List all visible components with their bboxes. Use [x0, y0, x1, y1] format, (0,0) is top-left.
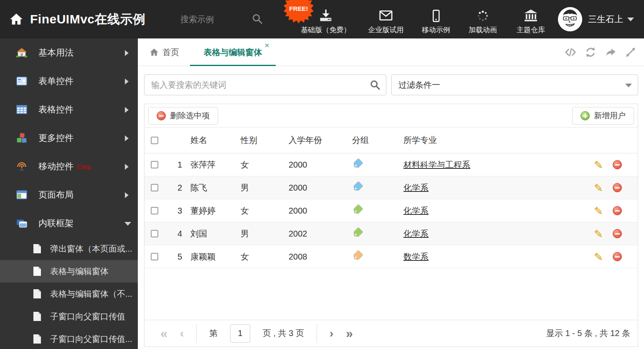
sidebar-item-mobile-controls[interactable]: 移动控件 Corp. — [0, 152, 138, 181]
cell-name: 董婷婷 — [182, 205, 231, 217]
code-icon[interactable] — [565, 46, 576, 58]
cell-group — [342, 204, 393, 217]
cell-gender: 男 — [231, 182, 279, 194]
delete-row-icon[interactable] — [613, 229, 622, 238]
tab-grid-edit-window[interactable]: 表格与编辑窗体 — [190, 38, 276, 66]
cell-major: 化学系 — [393, 205, 582, 217]
edit-pencil-icon[interactable] — [593, 206, 604, 216]
delete-row-icon[interactable] — [613, 183, 622, 192]
tab-close-icon[interactable]: ✕ — [264, 42, 270, 48]
sidebar-subitem-popup-window[interactable]: 弹出窗体（本页面或... — [0, 237, 138, 260]
filter-dropdown[interactable]: 过滤条件一 — [391, 74, 638, 95]
keyword-search-input[interactable] — [144, 74, 386, 95]
row-checkbox[interactable] — [151, 207, 158, 214]
sidebar-item-more-controls[interactable]: 更多控件 — [0, 124, 138, 152]
row-checkbox[interactable] — [151, 230, 158, 237]
search-icon[interactable] — [370, 79, 380, 90]
cell-gender: 女 — [231, 159, 279, 171]
file-icon — [33, 289, 42, 299]
major-link[interactable]: 化学系 — [403, 183, 428, 192]
chevron-right-icon — [125, 164, 129, 170]
sidebar-subitem-grid-edit-window-2[interactable]: 表格与编辑窗体（不... — [0, 283, 138, 305]
nav-loading-animation[interactable]: 加载动画 — [459, 0, 506, 38]
mobile-icon — [429, 9, 443, 23]
delete-row-icon[interactable] — [613, 206, 622, 215]
col-year: 入学年份 — [279, 135, 342, 146]
header-nav: 基础版（免费） 企业版试用 移动示例 加载动画 主题仓库 — [292, 0, 555, 38]
major-link[interactable]: 数学系 — [403, 252, 428, 261]
tab-home[interactable]: 首页 — [150, 38, 179, 66]
add-user-button[interactable]: 新增用户 — [572, 107, 634, 125]
edit-pencil-icon[interactable] — [593, 252, 604, 262]
chevron-right-icon — [125, 107, 129, 113]
grid-toolbar: 删除选中项 新增用户 — [145, 104, 638, 127]
row-checkbox[interactable] — [151, 253, 158, 260]
next-page-button[interactable]: › — [330, 328, 333, 339]
sidebar-item-label: 基本用法 — [38, 47, 74, 59]
delete-selected-button[interactable]: 删除选中项 — [148, 107, 218, 125]
sidebar-item-page-layout[interactable]: 页面布局 — [0, 181, 138, 209]
app-title: FineUIMvc在线示例 — [30, 11, 146, 28]
page-suffix: 页 , 共 3 页 — [263, 328, 304, 339]
delete-selected-label: 删除选中项 — [170, 110, 210, 121]
sidebar-subitem-child-to-parent[interactable]: 子窗口向父窗口传值 — [0, 305, 138, 328]
row-checkbox[interactable] — [151, 184, 158, 191]
sidebar-subitem-grid-edit-window[interactable]: 表格与编辑窗体 — [0, 260, 138, 283]
sidebar-item-label: 更多控件 — [38, 132, 74, 144]
tag-icon — [352, 250, 363, 261]
table-row: 5 康颖颖 女 2008 数学系 — [145, 245, 638, 268]
row-checkbox[interactable] — [151, 161, 158, 168]
brand[interactable]: FineUIMvc在线示例 — [9, 0, 146, 38]
major-link[interactable]: 化学系 — [403, 206, 428, 215]
tag-icon — [352, 204, 363, 215]
sidebar-item-iframe[interactable]: 内联框架 — [0, 209, 138, 237]
tag-icon — [352, 181, 363, 192]
prev-page-button[interactable]: ‹ — [180, 328, 184, 339]
delete-row-icon[interactable] — [613, 252, 622, 261]
cubes-icon — [16, 132, 28, 144]
nav-label: 企业版试用 — [368, 25, 404, 35]
forward-icon[interactable] — [605, 46, 616, 58]
row-index: 4 — [165, 229, 182, 239]
cell-major: 化学系 — [393, 182, 582, 194]
sidebar-item-label: 表格控件 — [38, 104, 74, 115]
edit-pencil-icon[interactable] — [593, 229, 604, 239]
sidebar-item-form-controls[interactable]: 表单控件 — [0, 67, 138, 95]
expand-icon[interactable] — [625, 46, 636, 58]
sidebar-item-basic-usage[interactable]: 基本用法 — [0, 38, 138, 67]
cell-major: 化学系 — [393, 228, 582, 239]
filter-dropdown-value: 过滤条件一 — [398, 79, 440, 91]
delete-row-icon[interactable] — [613, 160, 622, 169]
col-group: 分组 — [342, 135, 393, 146]
header-search-icon[interactable] — [251, 13, 263, 25]
major-link[interactable]: 化学系 — [403, 229, 428, 238]
cell-gender: 男 — [231, 228, 279, 239]
sidebar-subitem-label: 子窗口向父窗口传值 — [50, 311, 125, 322]
row-actions — [582, 206, 638, 216]
sidebar-subitem-child-to-parent-2[interactable]: 子窗口向父窗口传值... — [0, 328, 138, 349]
edit-pencil-icon[interactable] — [593, 183, 604, 193]
cell-name: 刘国 — [182, 228, 231, 239]
tab-home-label: 首页 — [162, 47, 179, 58]
chevron-right-icon — [125, 135, 129, 141]
first-page-button[interactable]: « — [160, 327, 167, 340]
header-search-input[interactable] — [180, 10, 247, 28]
sidebar-item-grid-controls[interactable]: 表格控件 — [0, 95, 138, 124]
spinner-icon — [476, 9, 489, 23]
cell-year: 2008 — [279, 252, 342, 262]
last-page-button[interactable]: » — [346, 327, 353, 340]
row-actions — [582, 160, 638, 170]
refresh-icon[interactable] — [585, 46, 596, 58]
major-link[interactable]: 材料科学与工程系 — [403, 160, 470, 169]
sidebar-subitem-label: 子窗口向父窗口传值... — [50, 334, 132, 345]
nav-mobile-demo[interactable]: 移动示例 — [413, 0, 459, 38]
cell-gender: 女 — [231, 205, 279, 217]
page-number-input[interactable] — [230, 324, 250, 343]
nav-theme-store[interactable]: 主题仓库 — [506, 0, 555, 38]
edit-pencil-icon[interactable] — [593, 160, 604, 170]
select-all-checkbox[interactable] — [151, 137, 158, 144]
user-menu[interactable]: 三生石上 — [558, 7, 634, 31]
add-user-label: 新增用户 — [594, 110, 626, 121]
nav-enterprise-trial[interactable]: 企业版试用 — [359, 0, 413, 38]
page-tools — [565, 46, 636, 58]
